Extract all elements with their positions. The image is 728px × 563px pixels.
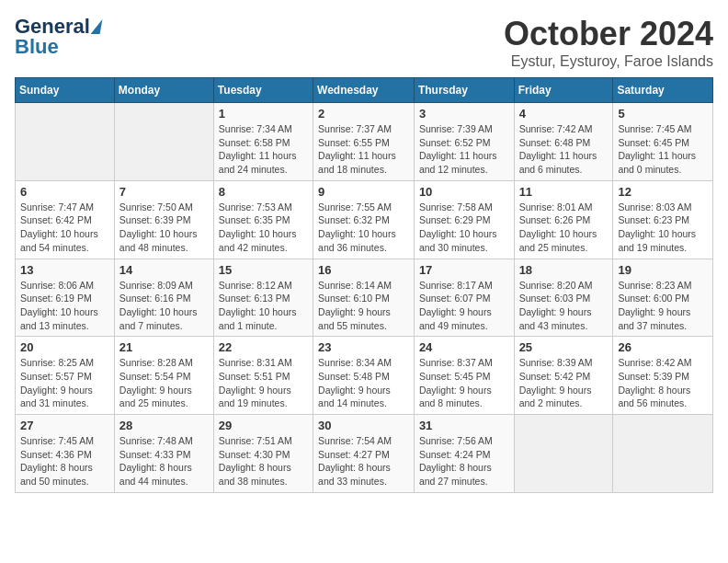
day-number: 6 [20, 185, 109, 199]
weekday-header-friday: Friday [514, 78, 613, 103]
calendar-cell [514, 415, 613, 493]
week-row-0: 1Sunrise: 7:34 AMSunset: 6:58 PMDaylight… [16, 103, 713, 181]
weekday-header-sunday: Sunday [16, 78, 115, 103]
calendar-cell: 14Sunrise: 8:09 AMSunset: 6:16 PMDayligh… [114, 259, 213, 337]
day-info: Sunrise: 8:34 AMSunset: 5:48 PMDaylight:… [318, 356, 409, 410]
day-number: 18 [519, 263, 609, 277]
calendar-cell: 5Sunrise: 7:45 AMSunset: 6:45 PMDaylight… [613, 103, 713, 181]
day-info: Sunrise: 8:01 AMSunset: 6:26 PMDaylight:… [519, 201, 609, 255]
calendar-cell: 24Sunrise: 8:37 AMSunset: 5:45 PMDayligh… [414, 337, 514, 415]
day-info: Sunrise: 7:50 AMSunset: 6:39 PMDaylight:… [119, 201, 209, 255]
calendar-cell: 11Sunrise: 8:01 AMSunset: 6:26 PMDayligh… [514, 180, 613, 259]
title-section: October 2024 Eystur, Eysturoy, Faroe Isl… [504, 15, 713, 70]
calendar-cell: 18Sunrise: 8:20 AMSunset: 6:03 PMDayligh… [514, 259, 613, 337]
day-info: Sunrise: 7:34 AMSunset: 6:58 PMDaylight:… [219, 122, 308, 177]
calendar-cell: 20Sunrise: 8:25 AMSunset: 5:57 PMDayligh… [16, 337, 115, 415]
month-title: October 2024 [504, 15, 713, 53]
calendar-table: SundayMondayTuesdayWednesdayThursdayFrid… [15, 77, 713, 493]
day-number: 27 [20, 419, 109, 432]
calendar-cell: 26Sunrise: 8:42 AMSunset: 5:39 PMDayligh… [613, 337, 713, 415]
day-info: Sunrise: 8:17 AMSunset: 6:07 PMDaylight:… [419, 279, 509, 333]
calendar-cell: 12Sunrise: 8:03 AMSunset: 6:23 PMDayligh… [613, 180, 713, 259]
calendar-cell: 13Sunrise: 8:06 AMSunset: 6:19 PMDayligh… [16, 259, 115, 337]
day-info: Sunrise: 8:09 AMSunset: 6:16 PMDaylight:… [119, 279, 209, 333]
day-info: Sunrise: 8:37 AMSunset: 5:45 PMDaylight:… [419, 356, 509, 410]
calendar-cell [16, 103, 115, 181]
day-number: 1 [219, 107, 308, 121]
day-number: 24 [419, 340, 509, 354]
day-info: Sunrise: 7:39 AMSunset: 6:52 PMDaylight:… [419, 122, 509, 177]
weekday-header-tuesday: Tuesday [213, 78, 313, 103]
day-info: Sunrise: 8:31 AMSunset: 5:51 PMDaylight:… [219, 356, 308, 410]
day-info: Sunrise: 7:45 AMSunset: 6:45 PMDaylight:… [618, 122, 708, 177]
day-info: Sunrise: 8:23 AMSunset: 6:00 PMDaylight:… [618, 279, 708, 333]
day-info: Sunrise: 7:51 AMSunset: 4:30 PMDaylight:… [219, 434, 308, 488]
day-number: 31 [419, 419, 509, 432]
calendar-cell: 29Sunrise: 7:51 AMSunset: 4:30 PMDayligh… [213, 415, 313, 493]
page-header: General Blue October 2024 Eystur, Eystur… [15, 15, 713, 70]
calendar-cell: 9Sunrise: 7:55 AMSunset: 6:32 PMDaylight… [313, 180, 415, 259]
calendar-cell [613, 415, 713, 493]
day-info: Sunrise: 7:56 AMSunset: 4:24 PMDaylight:… [419, 434, 509, 488]
day-number: 4 [519, 107, 609, 121]
location: Eystur, Eysturoy, Faroe Islands [504, 53, 713, 70]
day-info: Sunrise: 8:25 AMSunset: 5:57 PMDaylight:… [20, 356, 109, 410]
day-number: 23 [318, 340, 409, 354]
day-number: 25 [519, 340, 609, 354]
day-info: Sunrise: 7:58 AMSunset: 6:29 PMDaylight:… [419, 201, 509, 255]
calendar-cell: 8Sunrise: 7:53 AMSunset: 6:35 PMDaylight… [213, 180, 313, 259]
day-number: 2 [318, 107, 409, 121]
calendar-cell: 3Sunrise: 7:39 AMSunset: 6:52 PMDaylight… [414, 103, 514, 181]
day-number: 3 [419, 107, 509, 121]
weekday-header-row: SundayMondayTuesdayWednesdayThursdayFrid… [16, 78, 713, 103]
day-info: Sunrise: 8:20 AMSunset: 6:03 PMDaylight:… [519, 279, 609, 333]
calendar-cell: 16Sunrise: 8:14 AMSunset: 6:10 PMDayligh… [313, 259, 415, 337]
week-row-3: 20Sunrise: 8:25 AMSunset: 5:57 PMDayligh… [16, 337, 713, 415]
day-info: Sunrise: 7:47 AMSunset: 6:42 PMDaylight:… [20, 201, 109, 255]
day-number: 8 [219, 185, 308, 199]
day-number: 29 [219, 419, 308, 432]
day-info: Sunrise: 8:03 AMSunset: 6:23 PMDaylight:… [618, 201, 708, 255]
day-number: 7 [119, 185, 209, 199]
calendar-cell: 28Sunrise: 7:48 AMSunset: 4:33 PMDayligh… [114, 415, 213, 493]
calendar-cell: 10Sunrise: 7:58 AMSunset: 6:29 PMDayligh… [414, 180, 514, 259]
calendar-cell: 30Sunrise: 7:54 AMSunset: 4:27 PMDayligh… [313, 415, 415, 493]
day-number: 19 [618, 263, 708, 277]
calendar-cell [114, 103, 213, 181]
day-info: Sunrise: 8:39 AMSunset: 5:42 PMDaylight:… [519, 356, 609, 410]
weekday-header-monday: Monday [114, 78, 213, 103]
calendar-cell: 25Sunrise: 8:39 AMSunset: 5:42 PMDayligh… [514, 337, 613, 415]
calendar-cell: 22Sunrise: 8:31 AMSunset: 5:51 PMDayligh… [213, 337, 313, 415]
day-number: 14 [119, 263, 209, 277]
calendar-cell: 7Sunrise: 7:50 AMSunset: 6:39 PMDaylight… [114, 180, 213, 259]
week-row-1: 6Sunrise: 7:47 AMSunset: 6:42 PMDaylight… [16, 180, 713, 259]
calendar-cell: 6Sunrise: 7:47 AMSunset: 6:42 PMDaylight… [16, 180, 115, 259]
logo-blue: Blue [15, 35, 59, 59]
weekday-header-thursday: Thursday [414, 78, 514, 103]
day-number: 28 [119, 419, 209, 432]
day-info: Sunrise: 8:42 AMSunset: 5:39 PMDaylight:… [618, 356, 708, 410]
day-info: Sunrise: 7:53 AMSunset: 6:35 PMDaylight:… [219, 201, 308, 255]
day-number: 5 [618, 107, 708, 121]
day-number: 21 [119, 340, 209, 354]
logo: General Blue [15, 15, 101, 59]
day-number: 10 [419, 185, 509, 199]
calendar-cell: 2Sunrise: 7:37 AMSunset: 6:55 PMDaylight… [313, 103, 415, 181]
day-info: Sunrise: 7:55 AMSunset: 6:32 PMDaylight:… [318, 201, 409, 255]
day-number: 11 [519, 185, 609, 199]
day-number: 26 [618, 340, 708, 354]
day-info: Sunrise: 7:48 AMSunset: 4:33 PMDaylight:… [119, 434, 209, 488]
day-number: 20 [20, 340, 109, 354]
day-info: Sunrise: 7:54 AMSunset: 4:27 PMDaylight:… [318, 434, 409, 488]
week-row-4: 27Sunrise: 7:45 AMSunset: 4:36 PMDayligh… [16, 415, 713, 493]
day-number: 22 [219, 340, 308, 354]
day-info: Sunrise: 7:37 AMSunset: 6:55 PMDaylight:… [318, 122, 409, 177]
day-number: 16 [318, 263, 409, 277]
weekday-header-saturday: Saturday [613, 78, 713, 103]
day-info: Sunrise: 8:28 AMSunset: 5:54 PMDaylight:… [119, 356, 209, 410]
day-info: Sunrise: 8:06 AMSunset: 6:19 PMDaylight:… [20, 279, 109, 333]
day-info: Sunrise: 7:45 AMSunset: 4:36 PMDaylight:… [20, 434, 109, 488]
day-number: 15 [219, 263, 308, 277]
day-number: 17 [419, 263, 509, 277]
day-number: 9 [318, 185, 409, 199]
